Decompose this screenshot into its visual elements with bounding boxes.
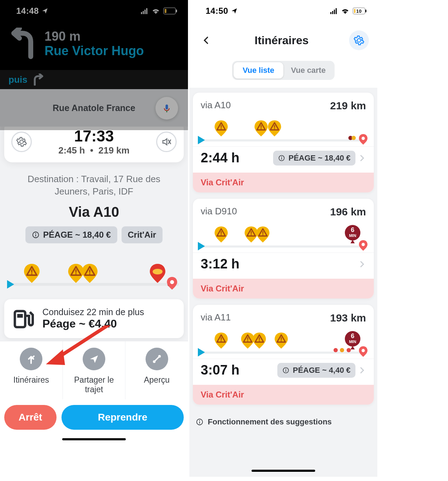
status-bar: 14:50 10: [189, 0, 377, 22]
location-services-icon: [231, 8, 237, 14]
position-cursor-icon: [198, 348, 205, 357]
info-icon: [278, 155, 285, 162]
page-title: Itinéraires: [255, 34, 309, 47]
nav-distance: 190 m: [45, 29, 144, 44]
svg-text:6: 6: [351, 332, 354, 340]
routes-label: Itinéraires: [1, 375, 61, 385]
primary-buttons: Arrêt Reprendre: [0, 399, 188, 433]
destination-pin-icon: [358, 134, 368, 145]
position-cursor-icon: [198, 136, 205, 144]
wifi-icon: [152, 8, 160, 14]
hazard-timeline: [9, 260, 179, 291]
critair-chip[interactable]: Crit'Air: [122, 226, 163, 243]
hazard-timeline: 6 MIN: [200, 222, 367, 251]
destination-block: Destination : Travail, 17 Rue des Jeuner…: [0, 162, 188, 248]
location-services-icon: [42, 8, 48, 14]
svg-text:MIN: MIN: [349, 340, 356, 344]
routes-screen-phone: 14:50 10 Itinéraires Vue liste Vue carte…: [189, 0, 377, 481]
chevron-right-icon: [358, 366, 366, 374]
share-icon: [89, 354, 99, 364]
segment-list[interactable]: Vue liste: [234, 62, 283, 79]
map-street-label: Rue Anatole France: [53, 103, 135, 113]
route-settings-button[interactable]: [349, 30, 369, 50]
info-icon: [282, 367, 289, 374]
route-time: 2:44 h: [201, 150, 240, 166]
nav-screen-phone: 14:48 11 190 m Rue Victor Hugo puis: [0, 0, 188, 481]
mic-icon: [162, 103, 172, 113]
destination-pin-icon: [358, 346, 368, 357]
share-action[interactable]: Partager le trajet: [63, 341, 126, 399]
hazard-traffic-icon: [148, 263, 167, 284]
overview-label: Aperçu: [127, 375, 187, 385]
home-indicator: [252, 470, 315, 472]
route-distance: 219 km: [330, 100, 366, 112]
stop-button[interactable]: Arrêt: [4, 405, 57, 430]
hazard-warning-icon: [213, 226, 229, 243]
alternative-card[interactable]: Conduisez 22 min de plus Péage ~ €4.40: [4, 299, 184, 338]
route-via: via A10: [201, 100, 231, 112]
nav-instruction: 190 m Rue Victor Hugo: [0, 22, 188, 70]
toll-chip[interactable]: PÉAGE ~ 18,40 €: [25, 226, 117, 243]
battery-indicator: 11: [163, 7, 176, 15]
route-time: 3:07 h: [201, 363, 240, 378]
destination-label: Destination : Travail, 17 Rue des Jeuner…: [14, 173, 174, 198]
sound-toggle-button[interactable]: [156, 132, 177, 152]
routes-action[interactable]: Itinéraires: [0, 341, 63, 399]
svg-text:6: 6: [351, 226, 354, 233]
chevron-right-icon: [358, 260, 366, 268]
nav-then-instruction: puis: [0, 70, 188, 89]
critair-banner: Via Crit'Air: [193, 385, 374, 405]
routes-icon: [25, 353, 37, 365]
svg-point-19: [153, 269, 163, 274]
bottom-action-row: Itinéraires Partager le trajet Aperçu: [0, 341, 188, 399]
info-icon: [196, 418, 204, 426]
view-segment: Vue liste Vue carte: [232, 61, 335, 80]
gear-icon: [16, 137, 27, 147]
bottom-sheet: 17:33 2:45 h • 219 km Destination : Trav…: [0, 121, 188, 341]
hazard-timeline: [200, 116, 367, 145]
turn-right-icon: [32, 74, 45, 86]
info-icon: [32, 231, 40, 239]
toll-chip[interactable]: PÉAGE ~ 18,40 €: [273, 151, 356, 166]
cellular-icon: [141, 8, 148, 14]
destination-pin-icon: [166, 277, 178, 290]
wifi-icon: [341, 8, 349, 14]
how-suggestions-link[interactable]: Fonctionnement des suggestions: [193, 411, 374, 433]
route-card[interactable]: via A11 193 km 6 MIN 3:07 h PÉAGE ~ 4,40…: [193, 305, 374, 405]
critair-banner: Via Crit'Air: [193, 173, 374, 192]
overview-action[interactable]: Aperçu: [125, 341, 188, 399]
destination-pin-icon: [358, 240, 368, 251]
hazard-warning-icon: [255, 226, 271, 243]
gas-station-icon: [12, 307, 35, 330]
gear-icon: [354, 35, 364, 46]
route-via: via D910: [201, 206, 237, 218]
resume-button[interactable]: Reprendre: [61, 405, 184, 430]
chevron-left-icon: [201, 36, 211, 45]
back-button[interactable]: [198, 32, 214, 48]
status-time: 14:50: [206, 6, 228, 16]
battery-indicator: 10: [353, 7, 365, 15]
segment-map[interactable]: Vue carte: [283, 62, 333, 79]
routes-list[interactable]: via A10 219 km 2:44 h PÉAGE ~ 18,40 € Vi…: [189, 88, 377, 477]
hazard-warning-icon: [213, 332, 229, 349]
eta-detail: 2:45 h • 219 km: [58, 145, 129, 156]
settings-button[interactable]: [11, 132, 32, 152]
turn-left-icon: [8, 28, 37, 59]
critair-banner: Via Crit'Air: [193, 279, 374, 299]
voice-search-button[interactable]: [155, 97, 178, 120]
toll-chip[interactable]: PÉAGE ~ 4,40 €: [277, 363, 355, 378]
hazard-timeline: 6 MIN: [200, 328, 367, 357]
nav-street: Rue Victor Hugo: [45, 44, 144, 58]
route-distance: 193 km: [330, 312, 366, 324]
routes-header: Itinéraires: [189, 22, 377, 61]
hazard-warning-icon: [81, 263, 99, 284]
home-indicator: [62, 438, 126, 440]
hazard-warning-icon: [213, 120, 229, 137]
map-preview[interactable]: Rue Anatole France: [0, 89, 188, 127]
route-via: via A11: [201, 312, 231, 324]
eta-card: 17:33 2:45 h • 219 km: [4, 121, 184, 162]
route-card[interactable]: via A10 219 km 2:44 h PÉAGE ~ 18,40 € Vi…: [193, 93, 374, 192]
hazard-warning-icon: [273, 332, 289, 349]
hazard-warning-icon: [267, 120, 282, 137]
route-card[interactable]: via D910 196 km 6 MIN 3:12 h Via Crit'Ai…: [193, 199, 374, 299]
